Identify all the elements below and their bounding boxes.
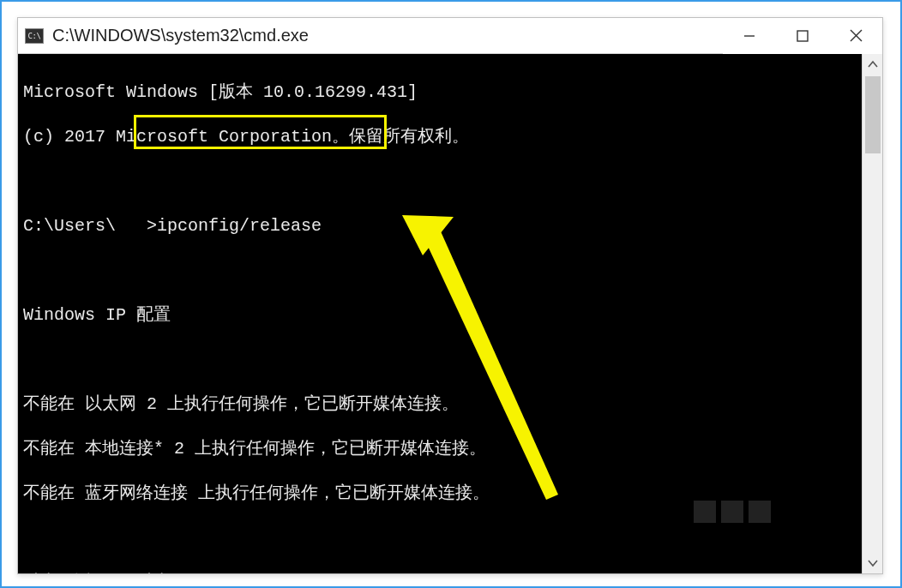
close-button[interactable] <box>829 18 882 54</box>
prompt-command: >ipconfig/release <box>147 216 322 236</box>
adapter1-header: 以太网适配器 以太网 2: <box>23 572 857 573</box>
scroll-up-button[interactable] <box>863 54 883 75</box>
blank-line <box>23 349 857 371</box>
watermark <box>694 488 848 535</box>
window-title: C:\WINDOWS\system32\cmd.exe <box>52 26 309 45</box>
minimize-button[interactable] <box>723 18 776 54</box>
chevron-up-icon <box>868 60 878 69</box>
ipconfig-header: Windows IP 配置 <box>23 304 857 327</box>
scrollbar-track[interactable] <box>862 54 882 573</box>
cmd-icon: C:\ <box>25 28 44 44</box>
prompt-line: C:\Users\ >ipconfig/release <box>23 215 857 237</box>
close-icon <box>850 29 863 42</box>
prompt-path: C:\Users\ <box>23 216 116 236</box>
outer-frame: C:\ C:\WINDOWS\system32\cmd.exe Microsof… <box>0 0 902 588</box>
terminal-area: Microsoft Windows [版本 10.0.16299.431] (c… <box>18 54 882 573</box>
blank-line <box>23 260 857 282</box>
svg-rect-1 <box>797 31 808 41</box>
version-line: Microsoft Windows [版本 10.0.16299.431] <box>23 81 857 104</box>
scrollbar-thumb[interactable] <box>865 76 881 153</box>
watermark-box-icon <box>694 501 716 523</box>
titlebar[interactable]: C:\ C:\WINDOWS\system32\cmd.exe <box>18 18 882 54</box>
scroll-down-button[interactable] <box>863 553 883 573</box>
watermark-box-icon <box>721 501 743 523</box>
minimize-icon <box>743 29 756 43</box>
error-line-2: 不能在 本地连接* 2 上执行任何操作，它已断开媒体连接。 <box>23 438 857 460</box>
error-line-1: 不能在 以太网 2 上执行任何操作，它已断开媒体连接。 <box>23 393 857 416</box>
watermark-box-icon <box>749 501 771 523</box>
blank-line <box>23 171 857 193</box>
cmd-window: C:\ C:\WINDOWS\system32\cmd.exe Microsof… <box>17 17 883 574</box>
maximize-button[interactable] <box>776 18 829 54</box>
maximize-icon <box>797 30 809 42</box>
chevron-down-icon <box>868 559 878 567</box>
copyright-line: (c) 2017 Microsoft Corporation。保留所有权利。 <box>23 126 857 148</box>
